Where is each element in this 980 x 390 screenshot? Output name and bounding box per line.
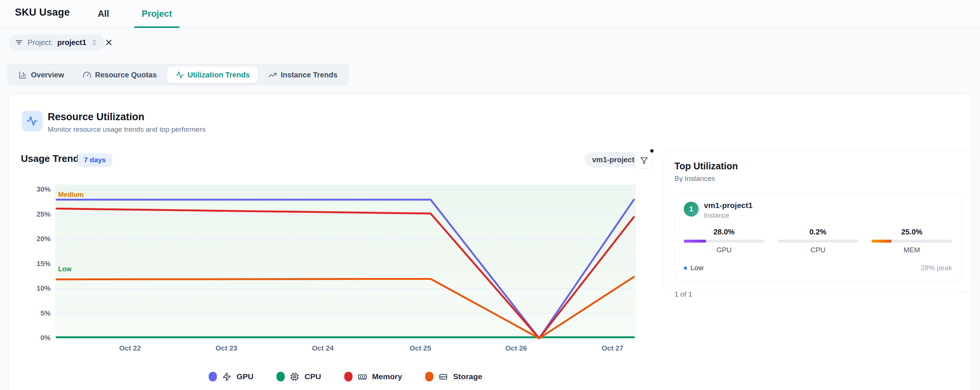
x-axis-labels: Oct 22Oct 23Oct 24Oct 25Oct 26Oct 27 [55, 344, 636, 354]
usage-trends-title: Usage Trends [21, 153, 84, 165]
x-axis-label: Oct 26 [496, 344, 536, 352]
period-badge: 7 days [78, 153, 112, 167]
tab-project[interactable]: Project [134, 0, 180, 27]
y-axis-label: 5% [19, 309, 51, 317]
close-icon [104, 38, 113, 47]
subtab-resource-quotas[interactable]: Resource Quotas [75, 67, 165, 83]
chart-canvas [55, 185, 636, 341]
metric-gpu-track [684, 239, 764, 243]
x-axis-label: Oct 22 [110, 344, 151, 352]
metric-mem-label: MEM [872, 246, 952, 254]
metric-gpu-fill [684, 239, 706, 243]
subtab-overview-label: Overview [31, 71, 64, 79]
metric-gpu-label: GPU [684, 246, 764, 254]
metric-cpu: 0.2% CPU [778, 228, 858, 254]
app-header: SKU Usage All Project [0, 0, 980, 27]
legend-item-gpu: GPU [209, 372, 254, 381]
section-subtitle: Monitor resource usage trends and top pe… [48, 125, 206, 133]
tab-all-label: All [98, 9, 109, 19]
x-axis-label: Oct 27 [592, 344, 633, 352]
metric-mem: 25.0% MEM [872, 228, 952, 254]
legend-label-storage: Storage [453, 372, 482, 381]
tab-project-label: Project [142, 9, 172, 19]
legend-item-storage: Storage [425, 372, 482, 381]
y-axis-label: 25% [19, 210, 51, 219]
threshold-label-medium: Medium [58, 191, 83, 199]
legend-item-cpu: CPU [277, 372, 321, 381]
metric-gpu-value: 28.0% [684, 228, 764, 236]
y-axis-label: 10% [19, 284, 51, 293]
x-axis-label: Oct 24 [302, 344, 343, 352]
legend-label-gpu: GPU [237, 372, 254, 381]
cpu-color-dot [277, 372, 285, 381]
legend-label-memory: Memory [372, 372, 402, 381]
legend-item-memory: Memory [344, 372, 402, 381]
clear-filter-button[interactable] [103, 36, 115, 48]
bar-chart-icon [19, 71, 27, 79]
sku-usage-page: SKU Usage All Project Project: project1 … [0, 0, 980, 390]
subtab-resource-quotas-label: Resource Quotas [95, 71, 157, 79]
hard-drive-icon [439, 372, 448, 381]
series-line-gpu [57, 200, 634, 338]
instances-pagination: 1 of 1 [675, 290, 961, 298]
y-axis-label: 15% [19, 260, 51, 268]
memory-ram-icon [358, 372, 367, 381]
section-title: Resource Utilization [48, 111, 145, 123]
memory-color-dot [344, 372, 353, 381]
status-dot [684, 266, 687, 270]
instance-type-label: Instance [704, 212, 753, 220]
top-utilization-subtitle: By Instances [675, 174, 961, 183]
filter-active-indicator-dot [650, 149, 654, 152]
y-axis-label: 0% [19, 334, 51, 342]
x-axis-label: Oct 25 [400, 344, 441, 352]
active-tab-underline [134, 27, 180, 28]
tab-all[interactable]: All [89, 0, 118, 27]
top-utilization-panel: Top Utilization By Instances 1 vm1-proje… [663, 151, 972, 292]
activity-icon [175, 71, 184, 79]
subtab-utilization-trends-label: Utilization Trends [188, 71, 250, 79]
gpu-color-dot [209, 372, 217, 381]
y-axis-label: 30% [19, 185, 51, 193]
x-axis-label: Oct 23 [206, 344, 247, 352]
metric-cpu-track [778, 239, 858, 243]
series-line-memory [57, 209, 634, 338]
subtab-instance-trends-label: Instance Trends [281, 71, 337, 79]
subtab-overview[interactable]: Overview [10, 67, 72, 83]
project-filter-chip[interactable]: Project: project1 [9, 34, 104, 51]
section-icon-box [22, 111, 43, 132]
top-utilization-title: Top Utilization [675, 161, 961, 171]
instance-card[interactable]: 1 vm1-project1 Instance 28.0% GPU 0.2% [675, 193, 961, 281]
metric-gpu: 28.0% GPU [684, 228, 764, 254]
resource-utilization-card: Resource Utilization Monitor resource us… [8, 94, 972, 390]
y-axis-labels: 0%5%10%15%20%25%30% [19, 185, 51, 341]
instance-metrics: 28.0% GPU 0.2% CPU 25.0% MEM [684, 228, 952, 254]
chevron-up-down-icon [91, 39, 98, 46]
funnel-icon [640, 157, 648, 165]
view-subtabs: Overview Resource Quotas Utilization Tre… [8, 64, 349, 86]
page-title: SKU Usage [15, 7, 70, 18]
threshold-label-low: Low [58, 265, 72, 273]
y-axis-label: 20% [19, 235, 51, 243]
chart-legend: GPU CPU Memory Stora [55, 372, 636, 381]
filter-chip-value: project1 [57, 38, 86, 47]
instance-name: vm1-project1 [704, 201, 753, 210]
trending-up-icon [268, 71, 277, 79]
legend-label-cpu: CPU [304, 372, 321, 381]
instance-status: Low [684, 264, 703, 272]
peak-label: 28% peak [920, 264, 952, 272]
status-label: Low [690, 264, 703, 272]
cpu-chip-icon [290, 372, 299, 381]
chart-filter-button[interactable] [635, 152, 653, 168]
gauge-icon [83, 71, 91, 79]
filter-lines-icon [15, 38, 23, 46]
filter-chip-label: Project: [27, 38, 53, 47]
storage-color-dot [425, 372, 433, 381]
subtab-instance-trends[interactable]: Instance Trends [260, 67, 345, 83]
usage-trends-chart: MediumLow [55, 185, 636, 341]
metric-mem-fill [872, 239, 892, 243]
subtab-utilization-trends[interactable]: Utilization Trends [167, 67, 258, 83]
lightning-icon [222, 372, 231, 381]
metric-mem-track [872, 239, 952, 243]
metric-cpu-value: 0.2% [778, 228, 858, 236]
metric-cpu-label: CPU [778, 246, 858, 254]
